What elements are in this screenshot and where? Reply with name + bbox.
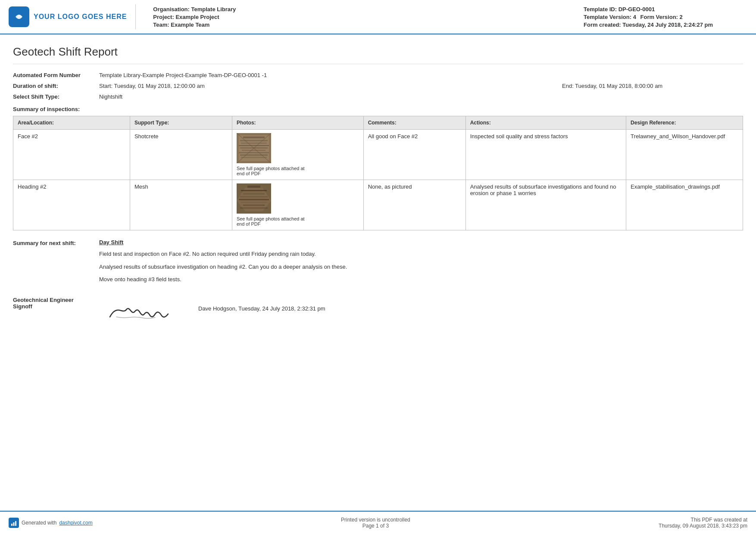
- project-line: Project: Example Project: [153, 14, 575, 20]
- summary-title: Summary of inspections:: [13, 106, 743, 112]
- svg-rect-24: [11, 524, 12, 526]
- signature-image: [99, 297, 177, 327]
- col-actions: Actions:: [465, 116, 626, 130]
- form-created-label: Form created:: [584, 22, 621, 28]
- row2-area: Heading #2: [13, 180, 130, 230]
- duration-row: Duration of shift: Start: Tuesday, 01 Ma…: [13, 83, 743, 89]
- signoff-label-text: Geotechnical EngineerSignoff: [13, 297, 74, 310]
- footer-center-text: Printed version is uncontrolled: [341, 517, 410, 523]
- next-shift-content: Day Shift Field test and inspection on F…: [99, 239, 743, 288]
- template-id-label: Template ID:: [584, 6, 617, 12]
- form-version-value: 2: [680, 14, 683, 20]
- svg-rect-26: [15, 521, 16, 526]
- svg-rect-25: [13, 522, 15, 526]
- template-version-value: 4: [633, 14, 636, 20]
- row1-design: Trelawney_and_Wilson_Handover.pdf: [626, 130, 743, 180]
- table-row: Face #2 Shotcrete: [13, 130, 743, 180]
- footer-right-date: Thursday, 09 August 2018, 3:43:23 pm: [659, 523, 747, 529]
- form-number-label: Automated Form Number: [13, 72, 99, 78]
- form-created-value: Tuesday, 24 July 2018, 2:24:27 pm: [622, 22, 713, 28]
- row2-photos: See full page photos attached at end of …: [232, 180, 363, 230]
- org-value: Template Library: [191, 6, 236, 12]
- svg-rect-22: [243, 205, 265, 206]
- next-shift-para-2: Analysed results of subsurface investiga…: [99, 263, 743, 271]
- signoff-name-date: Dave Hodgson, Tuesday, 24 July 2018, 2:3…: [198, 297, 325, 312]
- next-shift-section: Summary for next shift: Day Shift Field …: [13, 239, 743, 288]
- shift-type-value: Nightshift: [99, 93, 743, 100]
- svg-rect-19: [240, 196, 268, 197]
- row2-comments: None, as pictured: [363, 180, 465, 230]
- team-line: Team: Example Team: [153, 22, 575, 28]
- photo-1-caption: See full page photos attached at end of …: [237, 166, 306, 176]
- svg-rect-10: [239, 152, 269, 153]
- signoff-signature-area: [99, 297, 185, 327]
- logo-section: YOUR LOGO GOES HERE: [9, 4, 136, 29]
- col-photos: Photos:: [232, 116, 363, 130]
- col-comments: Comments:: [363, 116, 465, 130]
- svg-rect-7: [239, 145, 269, 146]
- next-shift-label: Summary for next shift:: [13, 239, 99, 246]
- svg-rect-18: [243, 193, 265, 195]
- svg-rect-20: [239, 199, 269, 200]
- signoff-section: Geotechnical EngineerSignoff Dave Hodgso…: [13, 297, 743, 327]
- version-line: Template Version: 4 Form Version: 2: [584, 14, 747, 20]
- photo-2: [237, 183, 271, 214]
- svg-rect-6: [241, 143, 267, 144]
- footer-logo-icon: [9, 518, 19, 528]
- page-header: YOUR LOGO GOES HERE Organisation: Templa…: [0, 0, 756, 34]
- duration-start: Start: Tuesday, 01 May 2018, 12:00:00 am: [99, 83, 562, 89]
- template-id-line: Template ID: DP-GEO-0001: [584, 6, 747, 12]
- org-line: Organisation: Template Library: [153, 6, 575, 12]
- col-design: Design Reference:: [626, 116, 743, 130]
- col-area: Area/Location:: [13, 116, 130, 130]
- form-version-label: Form Version:: [640, 14, 678, 20]
- footer-page-text: Page 1 of 3: [341, 523, 410, 529]
- svg-rect-11: [240, 155, 268, 155]
- row2-support: Mesh: [130, 180, 232, 230]
- shift-type-label: Select Shift Type:: [13, 93, 99, 100]
- next-shift-para-1: Field test and inspection on Face #2. No…: [99, 250, 743, 258]
- team-label: Team:: [153, 22, 169, 28]
- row1-comments: All good on Face #2: [363, 130, 465, 180]
- photo-1: [237, 133, 271, 163]
- org-label: Organisation:: [153, 6, 190, 12]
- team-value: Example Team: [171, 22, 209, 28]
- svg-rect-8: [240, 147, 268, 149]
- form-number-value: Template Library-Example Project-Example…: [99, 72, 743, 78]
- col-support: Support Type:: [130, 116, 232, 130]
- next-shift-heading: Day Shift: [99, 239, 743, 245]
- signoff-label: Geotechnical EngineerSignoff: [13, 297, 99, 310]
- project-value: Example Project: [175, 14, 219, 20]
- inspections-table: Area/Location: Support Type: Photos: Com…: [13, 116, 743, 230]
- header-right-info: Template ID: DP-GEO-0001 Template Versio…: [584, 4, 747, 29]
- row1-area: Face #2: [13, 130, 130, 180]
- page-footer: Generated with dashpivot.com Printed ver…: [0, 511, 756, 534]
- next-shift-para-3: Move onto heading #3 field tests.: [99, 275, 743, 284]
- main-content: Geotech Shift Report Automated Form Numb…: [0, 34, 756, 338]
- row2-design: Example_stabilisation_drawings.pdf: [626, 180, 743, 230]
- project-label: Project:: [153, 14, 174, 20]
- photo-2-caption: See full page photos attached at end of …: [237, 216, 306, 227]
- footer-center: Printed version is uncontrolled Page 1 o…: [341, 517, 410, 529]
- template-id-value: DP-GEO-0001: [619, 6, 655, 12]
- header-org-info: Organisation: Template Library Project: …: [144, 4, 584, 29]
- shift-type-row: Select Shift Type: Nightshift: [13, 93, 743, 100]
- footer-link[interactable]: dashpivot.com: [59, 520, 92, 526]
- table-header-row: Area/Location: Support Type: Photos: Com…: [13, 116, 743, 130]
- row2-actions: Analysed results of subsurface investiga…: [465, 180, 626, 230]
- row1-photos: See full page photos attached at end of …: [232, 130, 363, 180]
- table-row: Heading #2 Mesh: [13, 180, 743, 230]
- duration-end: End: Tuesday, 01 May 2018, 8:00:00 am: [562, 83, 743, 89]
- svg-rect-17: [241, 190, 267, 191]
- svg-rect-23: [240, 208, 268, 208]
- duration-label: Duration of shift:: [13, 83, 99, 89]
- template-version-label: Template Version:: [584, 14, 631, 20]
- row1-actions: Inspected soil quality and stress factor…: [465, 130, 626, 180]
- footer-right: This PDF was created at Thursday, 09 Aug…: [659, 517, 747, 529]
- footer-left: Generated with dashpivot.com: [9, 518, 93, 528]
- footer-right-text: This PDF was created at: [659, 517, 747, 523]
- logo-text: YOUR LOGO GOES HERE: [34, 13, 127, 21]
- row1-support: Shotcrete: [130, 130, 232, 180]
- svg-rect-12: [241, 157, 267, 158]
- form-number-row: Automated Form Number Template Library-E…: [13, 72, 743, 78]
